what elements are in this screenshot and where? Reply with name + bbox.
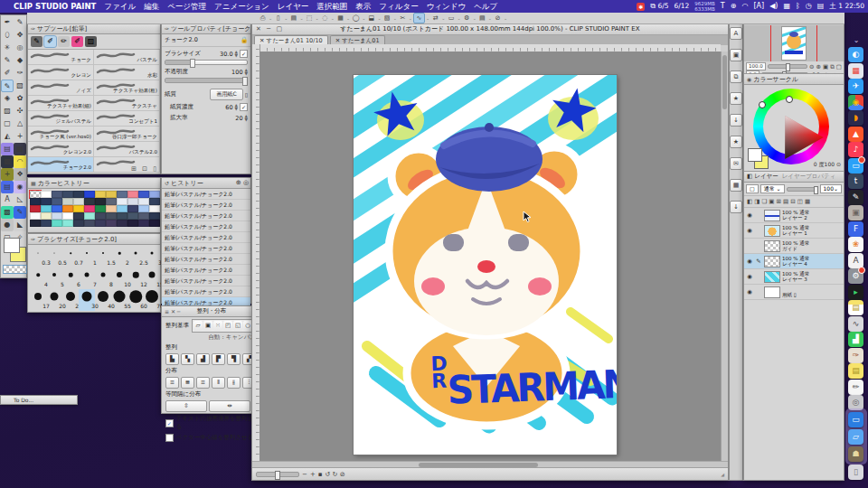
- clock-menu-icon[interactable]: ◷: [806, 0, 812, 13]
- color-swatch[interactable]: [84, 212, 95, 220]
- history-entry[interactable]: 鉛筆(パステル/チョーク2.0: [162, 221, 250, 232]
- color-swatch[interactable]: [127, 220, 138, 227]
- color-swatch[interactable]: [84, 198, 95, 205]
- layers-icon-bar[interactable]: ◧ ◨ ❏ ▣ ⊞ ▤ ⊟ ◫ ▦: [744, 196, 844, 208]
- color-swatch[interactable]: [106, 205, 117, 212]
- layer-row[interactable]: ◉ 100 % 通常レイヤー 3: [744, 269, 844, 285]
- brush-list-item[interactable]: クレヨン: [28, 65, 94, 80]
- equal-space-button[interactable]: ⇳: [165, 400, 207, 412]
- tool-button[interactable]: ◉: [14, 181, 26, 193]
- brush-list-item[interactable]: クレヨン2.0: [28, 142, 94, 157]
- color-swatch[interactable]: [73, 198, 84, 205]
- align-basis-button[interactable]: ◱: [233, 321, 242, 331]
- tool-button[interactable]: ✎: [1, 80, 14, 92]
- color-swatch[interactable]: [138, 220, 149, 227]
- history-entry[interactable]: 鉛筆(パステル/チョーク2.0: [162, 286, 250, 297]
- tool-button[interactable]: ✎: [14, 16, 26, 29]
- color-swatch[interactable]: [52, 220, 62, 227]
- layer-palette-color-box[interactable]: ▢: [746, 184, 759, 193]
- color-swatch[interactable]: [138, 212, 149, 220]
- status-memory[interactable]: 9629MB6333MB: [694, 1, 715, 12]
- history-entry[interactable]: 鉛筆(パステル/チョーク2.0: [162, 232, 250, 243]
- command-dropdown-arrow[interactable]: ⌄: [409, 15, 412, 21]
- brush-size-cell[interactable]: 30: [79, 289, 95, 311]
- brush-size-cell[interactable]: 12: [127, 267, 144, 289]
- tool-button[interactable]: ✎: [1, 54, 14, 67]
- color-swatch[interactable]: [84, 205, 95, 212]
- navigator-zoom-value[interactable]: 100.0: [746, 62, 766, 70]
- command-dropdown-arrow[interactable]: ⌄: [377, 15, 381, 21]
- brush-size-cell[interactable]: 4: [30, 267, 46, 289]
- command-dropdown-arrow[interactable]: ⌄: [362, 15, 365, 21]
- status-display[interactable]: ⧉ 6/5: [650, 0, 668, 13]
- history-entry[interactable]: 鉛筆(パステル/チョーク2.0: [162, 276, 250, 286]
- density-check[interactable]: ✓: [240, 103, 248, 111]
- color-swatch[interactable]: [117, 205, 127, 212]
- menu-selection[interactable]: 選択範囲: [316, 2, 347, 11]
- input-source-icon[interactable]: [A]: [753, 0, 764, 13]
- menu-layer[interactable]: レイヤー: [278, 2, 309, 11]
- dock-app-icon[interactable]: ▣: [848, 205, 863, 221]
- align-basis-button[interactable]: ▱: [193, 321, 203, 331]
- foreground-color-chip[interactable]: [4, 238, 20, 253]
- tool-button[interactable]: ✣: [14, 105, 26, 117]
- layer-thumbnail[interactable]: [764, 240, 780, 252]
- spinner[interactable]: ▲▼: [245, 115, 248, 122]
- quick-strip-button[interactable]: ▦: [730, 179, 742, 192]
- menu-view[interactable]: 表示: [355, 2, 371, 11]
- tool-button[interactable]: ▤: [1, 143, 14, 155]
- brush-size-cell[interactable]: 7: [79, 267, 95, 289]
- dock-app-icon[interactable]: ▲: [848, 127, 863, 142]
- vector-center-checkbox[interactable]: [165, 434, 174, 442]
- color-swatch[interactable]: [52, 191, 62, 198]
- tool-button[interactable]: ◣: [14, 219, 26, 231]
- tool-button[interactable]: ▤: [1, 181, 14, 193]
- brush-list-item[interactable]: テクスチャ効果(細): [28, 96, 94, 111]
- quick-strip-button[interactable]: ▣: [730, 49, 742, 61]
- brush-size-cell[interactable]: 55: [111, 289, 127, 311]
- dock-app-icon[interactable]: ☗: [848, 446, 863, 462]
- document-window-controls[interactable]: ✕ ─ ▢: [256, 23, 284, 34]
- color-swatch[interactable]: [30, 198, 41, 205]
- command-dropdown-arrow[interactable]: ⌄: [504, 15, 507, 21]
- distribute-button[interactable]: ⫵: [227, 377, 241, 389]
- dock-app-icon[interactable]: ◐: [848, 47, 863, 62]
- color-history-header[interactable]: ▦カラーヒストリー: [28, 178, 160, 189]
- blend-mode-select[interactable]: 通常 ⌄: [760, 184, 785, 193]
- dock-app-icon[interactable]: ∿: [848, 316, 863, 332]
- tool-button[interactable]: ◎: [14, 42, 26, 54]
- history-entry[interactable]: 鉛筆(パステル/チョーク2.0: [162, 200, 250, 211]
- lock-icon[interactable]: 🔒: [241, 36, 248, 43]
- color-swatch[interactable]: [84, 220, 95, 227]
- brush-size-cell[interactable]: 0.7: [62, 246, 79, 267]
- brush-size-header[interactable]: ✑ブラシサイズ[チョーク2.0]: [28, 234, 160, 245]
- spinner[interactable]: ▲▼: [235, 104, 238, 111]
- quick-strip-button[interactable]: ★: [730, 92, 742, 105]
- layer-visibility-eye[interactable]: ◉: [746, 258, 753, 265]
- brush-list-item[interactable]: チョーク2.0: [28, 157, 94, 173]
- tool-button[interactable]: +: [14, 130, 26, 143]
- transparent-color-chip[interactable]: [3, 265, 27, 274]
- brush-list-item[interactable]: ノイズ: [28, 80, 94, 96]
- color-swatch[interactable]: [127, 212, 138, 220]
- layer-visibility-eye[interactable]: ◉: [746, 273, 753, 280]
- wifi-icon[interactable]: ◠: [741, 0, 748, 13]
- command-bar-icon[interactable]: ◯: [351, 14, 361, 23]
- dock-app-icon[interactable]: ✑: [848, 348, 863, 363]
- quick-strip-button[interactable]: ↓: [730, 201, 742, 213]
- layer-opacity-value[interactable]: 100⌄: [820, 184, 842, 193]
- color-swatch[interactable]: [41, 220, 52, 227]
- brush-size-cell[interactable]: 1.5: [95, 246, 111, 267]
- menu-filter[interactable]: フィルター: [379, 2, 418, 11]
- command-dropdown-arrow[interactable]: ⌄: [316, 15, 319, 21]
- color-swatch[interactable]: [138, 198, 149, 205]
- color-swatch[interactable]: [149, 212, 160, 220]
- color-swatch[interactable]: [149, 191, 160, 198]
- command-dropdown-arrow[interactable]: ⌄: [457, 15, 460, 21]
- quick-strip-button[interactable]: ★: [730, 136, 742, 148]
- current-color-chip[interactable]: [748, 148, 762, 162]
- command-dropdown-arrow[interactable]: ⌄: [473, 15, 476, 21]
- color-swatch[interactable]: [41, 198, 52, 205]
- brush-size-cell[interactable]: 2: [111, 246, 127, 267]
- subtool-group-tab[interactable]: ✎: [31, 36, 42, 47]
